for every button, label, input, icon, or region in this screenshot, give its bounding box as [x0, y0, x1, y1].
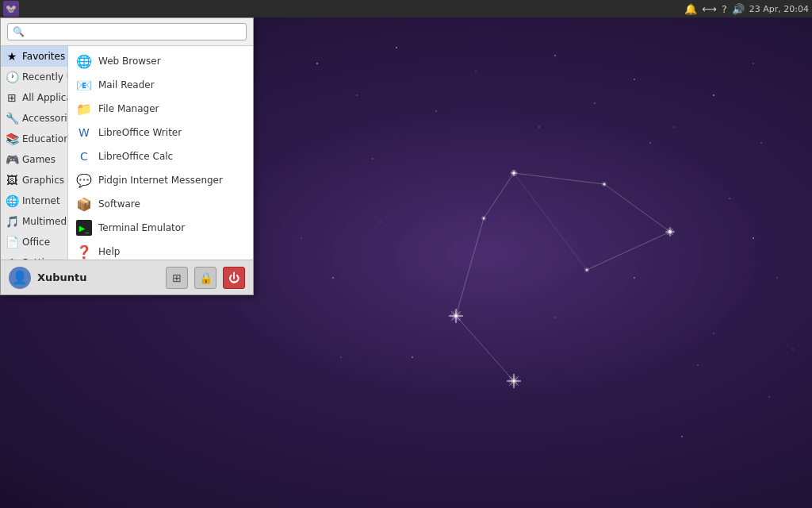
lock-icon: 🔒: [199, 271, 213, 284]
sidebar-item-office[interactable]: 📄 Office: [1, 232, 67, 252]
sidebar-label-all-apps: All Applications: [22, 92, 68, 103]
svg-point-69: [372, 158, 373, 160]
svg-point-66: [649, 142, 651, 144]
sidebar-item-education[interactable]: 📚 Education: [1, 129, 67, 149]
taskbar-right: 🔔 ⟷ ? 🔊 23 Apr, 20:04: [684, 3, 809, 15]
svg-point-72: [760, 142, 762, 144]
app-item-pidgin[interactable]: 💬 Pidgin Internet Messenger: [68, 168, 253, 192]
menu-bottom: 👤 Xubuntu ⊞ 🔒 ⏻: [1, 260, 253, 294]
file-manager-icon: 📁: [76, 101, 92, 117]
app-item-terminal[interactable]: ▶_ Terminal Emulator: [68, 216, 253, 240]
svg-point-49: [453, 313, 459, 319]
svg-point-16: [713, 333, 714, 334]
volume-icon[interactable]: 🔊: [732, 3, 745, 15]
app-item-libreoffice-writer[interactable]: W LibreOffice Writer: [68, 121, 253, 144]
svg-point-43: [586, 269, 588, 271]
education-icon: 📚: [6, 133, 18, 145]
clock: 23 Apr, 20:04: [749, 4, 809, 14]
svg-point-28: [512, 171, 515, 175]
taskbar-menu-button[interactable]: 🐭: [3, 1, 19, 17]
search-bar: [1, 18, 253, 46]
app-label-libreoffice-calc: LibreOffice Calc: [98, 151, 173, 162]
app-item-mail-reader[interactable]: 📧 Mail Reader: [68, 73, 253, 97]
sidebar-item-games[interactable]: 🎮 Games: [1, 149, 67, 170]
user-info[interactable]: 👤 Xubuntu: [9, 267, 87, 289]
svg-point-8: [713, 94, 714, 96]
svg-point-18: [768, 396, 770, 398]
app-label-software: Software: [98, 198, 140, 210]
app-item-help[interactable]: ❓ Help: [68, 240, 253, 260]
svg-point-57: [511, 378, 517, 384]
svg-point-4: [554, 55, 556, 56]
svg-point-64: [435, 110, 437, 112]
sidebar-label-graphics: Graphics: [22, 175, 64, 186]
sidebar-label-accessories: Accessories: [22, 113, 68, 124]
app-item-web-browser[interactable]: 🌐 Web Browser: [68, 49, 253, 73]
sidebar-item-graphics[interactable]: 🖼 Graphics: [1, 170, 67, 190]
app-item-software[interactable]: 📦 Software: [68, 192, 253, 216]
svg-point-42: [584, 267, 589, 272]
screen-button[interactable]: ⊞: [166, 267, 188, 289]
svg-line-40: [667, 229, 673, 235]
svg-point-5: [594, 102, 596, 104]
menu-icon: 🐭: [6, 4, 17, 14]
svg-point-7: [673, 126, 675, 128]
accessories-icon: 🔧: [6, 112, 18, 125]
svg-line-24: [484, 173, 514, 218]
search-input[interactable]: [7, 23, 247, 40]
app-label-web-browser: Web Browser: [98, 56, 161, 67]
svg-point-13: [412, 356, 413, 358]
sidebar-item-multimedia[interactable]: 🎵 Multimedia: [1, 211, 67, 232]
sidebar-item-internet[interactable]: 🌐 Internet: [1, 190, 67, 211]
terminal-icon: ▶_: [76, 220, 92, 236]
svg-point-56: [508, 375, 519, 387]
office-icon: 📄: [6, 236, 18, 248]
sidebar-item-recently-used[interactable]: 🕐 Recently Used: [1, 67, 67, 87]
libreoffice-writer-icon: W: [76, 125, 92, 140]
svg-point-17: [753, 237, 754, 239]
app-label-help: Help: [98, 246, 120, 257]
bottom-actions: ⊞ 🔒 ⏻: [166, 267, 245, 289]
svg-point-19: [681, 436, 683, 437]
sidebar-label-education: Education: [22, 133, 68, 144]
svg-line-62: [509, 376, 519, 386]
app-item-libreoffice-calc[interactable]: C LibreOffice Calc: [68, 144, 253, 168]
svg-line-22: [587, 232, 670, 270]
svg-point-34: [603, 183, 605, 185]
help-status-icon[interactable]: ?: [722, 3, 727, 15]
power-button[interactable]: ⏻: [223, 267, 245, 289]
svg-point-48: [450, 310, 462, 321]
screen-icon: ⊞: [172, 271, 182, 284]
libreoffice-calc-icon: C: [76, 148, 92, 164]
sidebar-item-settings[interactable]: ⚙ Settings: [1, 252, 67, 260]
svg-point-9: [753, 63, 754, 64]
network-icon[interactable]: ⟷: [702, 3, 717, 15]
sidebar-label-internet: Internet: [22, 195, 60, 206]
sidebar-label-favorites: Favorites: [22, 51, 65, 62]
lock-button[interactable]: 🔒: [194, 267, 216, 289]
svg-line-54: [451, 311, 461, 321]
notification-icon[interactable]: 🔔: [684, 3, 697, 15]
mail-reader-icon: 📧: [76, 77, 92, 93]
favorites-icon: ★: [6, 50, 18, 63]
sidebar-item-all-applications[interactable]: ⊞ All Applications: [1, 87, 67, 108]
power-icon: ⏻: [228, 271, 239, 284]
svg-point-65: [538, 126, 540, 128]
sidebar-label-games: Games: [22, 154, 56, 165]
svg-point-29: [513, 172, 515, 174]
svg-point-10: [301, 237, 302, 239]
categories-panel: ★ Favorites 🕐 Recently Used ⊞ All Applic…: [1, 46, 68, 260]
svg-line-26: [456, 316, 514, 381]
svg-point-11: [332, 277, 334, 279]
app-label-libreoffice-writer: LibreOffice Writer: [98, 127, 182, 138]
svg-line-20: [514, 173, 604, 184]
svg-point-71: [697, 364, 699, 366]
svg-point-35: [666, 228, 674, 236]
avatar-icon: 👤: [12, 270, 28, 285]
recently-used-icon: 🕐: [6, 71, 18, 83]
app-item-file-manager[interactable]: 📁 File Manager: [68, 97, 253, 121]
sidebar-item-favorites[interactable]: ★ Favorites: [1, 46, 67, 67]
svg-point-2: [396, 47, 397, 48]
svg-point-47: [483, 217, 485, 219]
sidebar-item-accessories[interactable]: 🔧 Accessories: [1, 108, 67, 129]
